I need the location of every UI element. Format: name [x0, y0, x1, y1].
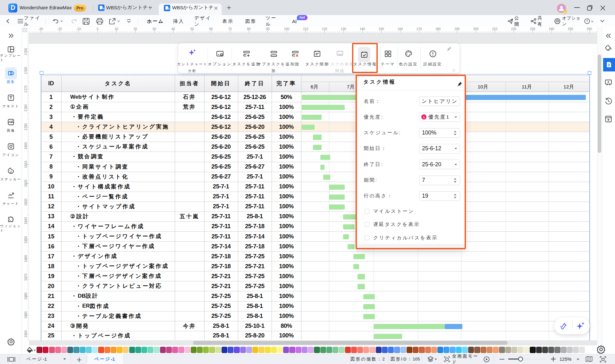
svg-text:?: ? [586, 20, 588, 23]
svg-text:1: 1 [423, 115, 425, 119]
